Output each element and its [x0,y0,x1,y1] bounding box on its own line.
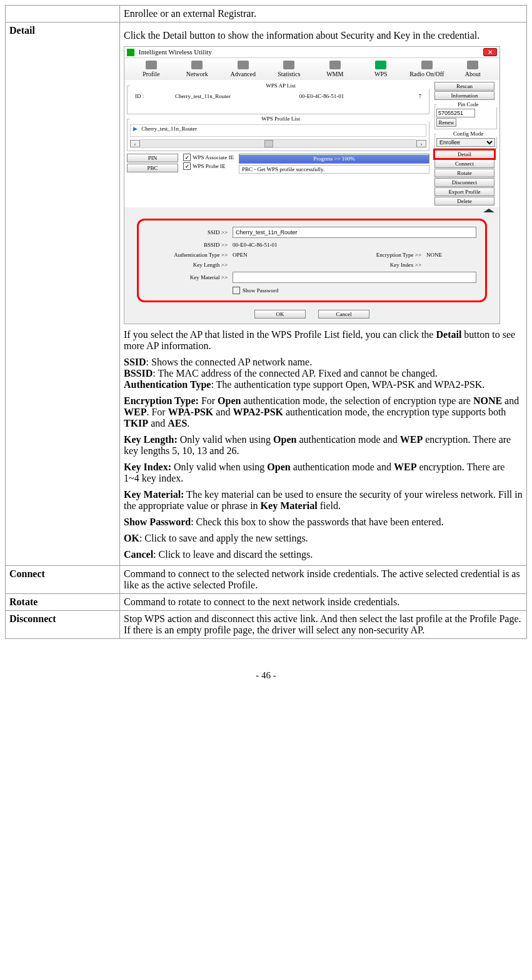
profile-list-item[interactable]: ▶ Cherry_test_11n_Router [130,124,426,137]
key-length-para: Key Length: Only valid when using Open a… [124,434,523,457]
prev-row-desc: Enrollee or an external Registrar. [120,6,527,22]
app-icon [127,49,134,56]
pin-code-input[interactable] [436,109,475,117]
tab-radio[interactable]: Radio On/Off [404,61,450,77]
embedded-screenshot: Intelligent Wireless Utility ✕ Profile N… [124,46,500,324]
page-number: - 46 - [5,670,527,681]
export-profile-button[interactable]: Export Profile [434,187,494,196]
detail-after-para-1: If you select the AP that listed in the … [124,329,523,352]
detail-ssid-label: SSID >> [145,229,233,235]
disconnect-row-desc: Stop WPS action and disconnect this acti… [120,611,527,639]
tab-about[interactable]: About [450,61,496,77]
detail-ssid-input[interactable] [233,227,476,238]
detail-intro: Click the Detail button to show the info… [124,30,523,41]
detail-auth-value: OPEN [233,252,358,258]
information-button[interactable]: Information [434,91,494,100]
main-toolbar: Profile Network Advanced Statistics WMM … [124,58,499,80]
key-material-para: Key Material: The key material can be us… [124,489,523,512]
encryption-type-para: Encryption Type: For Open authentication… [124,395,523,429]
wps-probe-checkbox[interactable] [183,162,191,170]
show-password-label: Show Password [243,287,278,294]
pbc-button[interactable]: PBC [127,164,178,172]
detail-panel-highlight: SSID >> BSSID >> 00-E0-4C-86-51-01 Authe… [137,219,487,302]
tab-profile[interactable]: Profile [128,61,174,77]
rotate-button[interactable]: Rotate [434,169,494,177]
tab-network[interactable]: Network [174,61,221,77]
connect-row-label: Connect [6,566,120,594]
wps-ap-list-legend: WPS AP List [130,82,431,89]
config-mode-select[interactable]: Enrollee [436,138,495,147]
horizontal-scrollbar[interactable]: ‹ › [130,139,426,148]
detail-bssid-value: 00-E0-4C-86-51-01 [233,242,476,248]
renew-button[interactable]: Renew [436,118,456,127]
collapse-handle-icon[interactable] [124,207,499,214]
ap-bssid: 00-E0-4C-86-51-01 [296,92,398,100]
tab-wps[interactable]: WPS [358,61,404,77]
wps-associate-checkbox[interactable] [183,154,191,161]
delete-button[interactable]: Delete [434,197,494,205]
disconnect-button[interactable]: Disconnect [434,178,494,187]
close-icon[interactable]: ✕ [483,48,497,56]
ap-id-label: ID : [131,92,170,100]
pin-button[interactable]: PIN [127,154,178,162]
rotate-row-desc: Command to rotate to connect to the next… [120,594,527,611]
rotate-row-label: Rotate [6,594,120,611]
cancel-button[interactable]: Cancel [318,310,369,319]
show-password-checkbox[interactable] [233,287,240,294]
window-title: Intelligent Wireless Utility [139,48,212,56]
detail-key-index-label: Key Index >> [358,262,426,268]
ok-para: OK: Click to save and apply the new sett… [124,533,523,544]
side-panel: Rescan Information Pin Code Renew Config… [432,80,499,207]
wps-ap-list-group: WPS AP List ID : Cherry_test_11n_Router … [127,82,429,114]
detail-key-material-label: Key Material >> [145,274,233,280]
scroll-left-icon[interactable]: ‹ [130,140,140,147]
window-titlebar: Intelligent Wireless Utility ✕ [124,47,499,58]
prev-row-label [6,6,120,22]
connect-button[interactable]: Connect [434,159,494,168]
rescan-button[interactable]: Rescan [434,82,494,91]
progress-bar: Progress >> 100% [239,154,429,164]
selected-arrow-icon: ▶ [133,126,138,132]
tab-advanced[interactable]: Advanced [220,61,266,77]
ap-ssid[interactable]: Cherry_test_11n_Router [171,92,294,100]
detail-key-length-label: Key Length >> [145,262,233,268]
key-index-para: Key Index: Only valid when using Open au… [124,462,523,484]
detail-key-material-input[interactable] [233,272,476,283]
scroll-right-icon[interactable]: › [416,140,426,147]
show-password-para: Show Password: Check this box to show th… [124,517,523,528]
connect-row-desc: Command to connect to the selected netwo… [120,566,527,594]
detail-field-defs: SSID: Shows the connected AP network nam… [124,357,523,390]
ap-channel: 7 [399,92,425,100]
svg-marker-0 [483,209,494,212]
definition-table: Enrollee or an external Registrar. Detai… [5,5,527,639]
detail-auth-label: Authentication Type >> [145,252,233,258]
detail-row-label: Detail [6,22,120,566]
tab-statistics[interactable]: Statistics [266,61,313,77]
tab-wmm[interactable]: WMM [312,61,358,77]
cancel-para: Cancel: Click to leave and discard the s… [124,549,523,560]
wps-profile-list-group: WPS Profile List ▶ Cherry_test_11n_Route… [127,116,429,151]
detail-button[interactable]: Detail [434,150,494,159]
detail-row-content: Click the Detail button to show the info… [120,22,527,566]
wps-profile-list-legend: WPS Profile List [130,116,431,122]
status-text: PBC - Get WPS profile successfully. [239,165,429,174]
disconnect-row-label: Disconnect [6,611,120,639]
detail-enc-label: Encryption Type >> [358,252,426,258]
detail-bssid-label: BSSID >> [145,242,233,248]
ok-button[interactable]: OK [254,310,306,319]
detail-enc-value: NONE [426,252,476,258]
